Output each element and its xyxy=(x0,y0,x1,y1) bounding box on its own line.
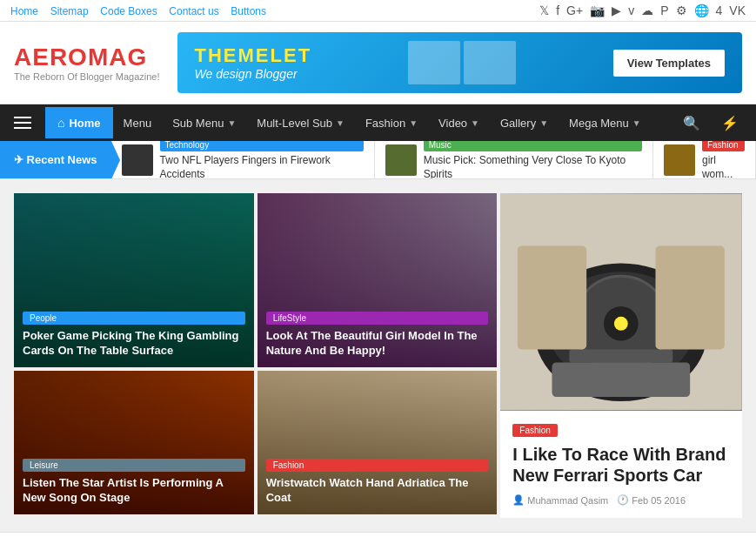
soundcloud-icon[interactable]: ☁ xyxy=(641,3,653,17)
card-ferrari-category: Fashion xyxy=(512,424,558,437)
card-watch-category: Fashion xyxy=(266,459,489,472)
card-girl-category: LifeStyle xyxy=(266,312,489,325)
card-ferrari-date: 🕐 Feb 05 2016 xyxy=(617,494,686,506)
nav-home-link[interactable]: Home xyxy=(10,5,38,17)
ticker-text-1: Two NFL Players Fingers in Firework Acci… xyxy=(160,154,364,178)
svg-rect-6 xyxy=(570,350,673,363)
nav-fashion-item[interactable]: Fashion ▼ xyxy=(355,108,428,138)
card-girl-title: Look At The Beautiful Girl Model In The … xyxy=(266,329,489,359)
card-poker-category: People xyxy=(23,312,245,325)
nav-codeboxes-link[interactable]: Code Boxes xyxy=(100,5,157,17)
logo-text-aero: AERO xyxy=(14,44,88,70)
nav-submenu-item[interactable]: Sub Menu ▼ xyxy=(162,108,246,138)
content-grid: People Poker Game Picking The King Gambl… xyxy=(14,193,742,518)
ticker-item-2[interactable]: Music Music Pick: Something Very Close T… xyxy=(375,141,653,178)
ticker-item-1[interactable]: Technology Two NFL Players Fingers in Fi… xyxy=(111,141,375,178)
ticker-content-1: Technology Two NFL Players Fingers in Fi… xyxy=(160,141,364,178)
logo-text-mag: MAG xyxy=(88,44,147,70)
news-ticker: ✈ Recent News Technology Two NFL Players… xyxy=(0,141,756,179)
ticker-thumb-2 xyxy=(385,144,417,176)
main-content: People Poker Game Picking The King Gambl… xyxy=(0,179,756,532)
svg-rect-8 xyxy=(518,246,586,350)
card-ferrari-meta: 👤 Muhammad Qasim 🕐 Feb 05 2016 xyxy=(512,494,730,506)
ferrari-svg xyxy=(500,193,742,411)
banner-image-2 xyxy=(464,41,516,84)
top-nav: Home Sitemap Code Boxes Contact us Butto… xyxy=(10,4,275,17)
logo-text: AEROMAG xyxy=(14,44,160,71)
card-ferrari[interactable]: Fashion I Like To Race With Brand New Fe… xyxy=(500,193,742,518)
ticker-thumb-1 xyxy=(122,144,153,176)
banner-ad[interactable]: THEMELET We design Blogger View Template… xyxy=(177,32,742,93)
ticker-item-3[interactable]: Fashion girl wom... xyxy=(653,141,756,178)
video-arrow: ▼ xyxy=(471,118,479,128)
hamburger-menu[interactable] xyxy=(7,110,38,136)
card-ferrari-author: 👤 Muhammad Qasim xyxy=(512,494,608,506)
vimeo-icon[interactable]: v xyxy=(628,3,634,17)
ticker-text-3: girl wom... xyxy=(702,154,745,178)
nav-contact-link[interactable]: Contact us xyxy=(169,5,218,17)
card-girl-model[interactable]: LifeStyle Look At The Beautiful Girl Mod… xyxy=(258,193,498,367)
twitter-icon[interactable]: 𝕏 xyxy=(539,3,549,17)
social-icons: 𝕏 f G+ 📷 ▶ v ☁ P ⚙ 🌐 4 VK xyxy=(539,3,746,17)
multilevel-arrow: ▼ xyxy=(336,118,345,128)
card-ferrari-title: I Like To Race With Brand New Ferrari Sp… xyxy=(512,444,730,486)
card-watch[interactable]: Fashion Wristwatch Watch Hand Adriatica … xyxy=(258,371,498,514)
megamenu-arrow: ▼ xyxy=(632,118,641,128)
banner-subtitle: We design Blogger xyxy=(195,67,312,81)
banner-images xyxy=(408,41,516,84)
card-poker-title: Poker Game Picking The King Gambling Car… xyxy=(23,329,245,359)
foursquare-icon[interactable]: 4 xyxy=(716,3,723,17)
ticker-text-2: Music Pick: Something Very Close To Kyot… xyxy=(424,154,642,178)
ticker-cat-2: Music xyxy=(424,141,642,151)
ticker-content-2: Music Music Pick: Something Very Close T… xyxy=(424,141,642,178)
globe-icon[interactable]: 🌐 xyxy=(694,3,709,17)
banner-text: THEMELET We design Blogger xyxy=(195,44,312,81)
gallery-arrow: ▼ xyxy=(539,118,548,128)
nav-multilevel-item[interactable]: Mult-Level Sub ▼ xyxy=(246,108,355,138)
logo-tagline: The Reborn Of Blogger Magazine! xyxy=(14,71,160,82)
facebook-icon[interactable]: f xyxy=(556,3,559,17)
ticker-label: ✈ Recent News xyxy=(0,141,111,178)
youtube-icon[interactable]: ▶ xyxy=(612,3,621,17)
ticker-items: Technology Two NFL Players Fingers in Fi… xyxy=(111,141,756,178)
banner-image-1 xyxy=(408,41,460,84)
ticker-content-3: Fashion girl wom... xyxy=(702,141,745,178)
nav-sitemap-link[interactable]: Sitemap xyxy=(50,5,89,17)
nav-megamenu-item[interactable]: Mega Menu ▼ xyxy=(559,108,652,138)
ticker-cat-3: Fashion xyxy=(702,141,745,151)
view-templates-button[interactable]: View Templates xyxy=(613,50,725,77)
ticker-cat-1: Technology xyxy=(160,141,364,151)
ticker-thumb-3 xyxy=(664,144,695,176)
pinterest-icon[interactable]: P xyxy=(660,3,668,17)
card-ferrari-body: Fashion I Like To Race With Brand New Fe… xyxy=(500,411,742,518)
nav-buttons-link[interactable]: Buttons xyxy=(231,5,266,17)
card-ferrari-image xyxy=(500,193,742,411)
card-poker[interactable]: People Poker Game Picking The King Gambl… xyxy=(14,193,254,367)
submenu-arrow: ▼ xyxy=(227,118,236,128)
top-bar: Home Sitemap Code Boxes Contact us Butto… xyxy=(0,0,756,22)
svg-rect-9 xyxy=(656,246,725,350)
svg-rect-7 xyxy=(552,362,691,397)
logo[interactable]: AEROMAG The Reborn Of Blogger Magazine! xyxy=(14,44,160,82)
nav-random-button[interactable]: ⚡ xyxy=(711,106,749,140)
instagram-icon[interactable]: 📷 xyxy=(590,3,605,17)
bottom-bar: NATURE // VIEW MORE BY NATURE // ‹ › xyxy=(0,532,756,537)
nav-menu-item[interactable]: Menu xyxy=(113,108,163,138)
card-concert[interactable]: Leisure Listen The Star Artist Is Perfor… xyxy=(14,371,254,514)
banner-brand: THEMELET xyxy=(195,44,312,67)
left-grid: People Poker Game Picking The King Gambl… xyxy=(14,193,497,518)
nav-video-item[interactable]: Video ▼ xyxy=(428,108,490,138)
main-nav: Home Menu Sub Menu ▼ Mult-Level Sub ▼ Fa… xyxy=(0,104,756,141)
vk-icon[interactable]: VK xyxy=(729,3,746,17)
github-icon[interactable]: ⚙ xyxy=(676,3,687,17)
card-concert-title: Listen The Star Artist Is Performing A N… xyxy=(23,476,245,506)
nav-home-button[interactable]: Home xyxy=(45,107,113,138)
nav-gallery-item[interactable]: Gallery ▼ xyxy=(490,108,559,138)
card-watch-title: Wristwatch Watch Hand Adriatica The Coat xyxy=(266,476,489,506)
header: AEROMAG The Reborn Of Blogger Magazine! … xyxy=(0,22,756,104)
card-concert-category: Leisure xyxy=(23,459,245,472)
svg-point-5 xyxy=(614,317,628,331)
google-plus-icon[interactable]: G+ xyxy=(566,3,583,17)
nav-search-button[interactable]: 🔍 xyxy=(672,106,711,140)
fashion-arrow: ▼ xyxy=(409,118,418,128)
